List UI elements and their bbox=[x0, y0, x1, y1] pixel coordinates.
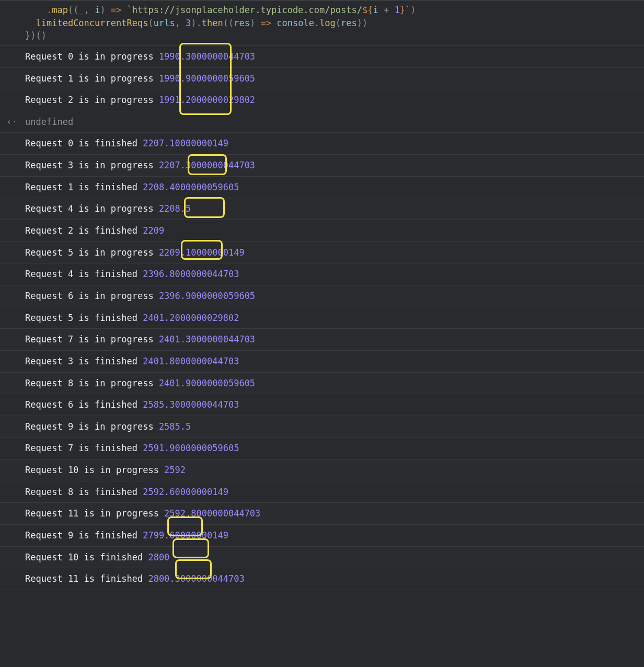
log-message: Request 5 is in progress bbox=[25, 246, 159, 259]
log-message: Request 8 is in progress bbox=[25, 377, 159, 390]
console-log-group-1[interactable]: Request 0 is in progress 1990.3000000044… bbox=[0, 46, 644, 111]
log-number: 2209.10000000149 bbox=[159, 246, 245, 259]
console-log-row[interactable]: Request 10 is in progress 2592 bbox=[0, 459, 644, 481]
console-panel[interactable]: .map((_, i) => `https://jsonplaceholder.… bbox=[0, 0, 644, 590]
log-message: Request 7 is in progress bbox=[25, 333, 159, 346]
log-message: Request 3 is finished bbox=[25, 355, 143, 368]
log-number: 2401.3000000044703 bbox=[159, 333, 255, 346]
log-message: Request 0 is finished bbox=[25, 137, 143, 150]
console-log-row[interactable]: Request 8 is finished 2592.60000000149 bbox=[0, 481, 644, 503]
code-url-string: https://jsonplaceholder.typicode.com/pos… bbox=[132, 5, 362, 15]
console-log-row[interactable]: Request 2 is finished 2209 bbox=[0, 220, 644, 242]
log-number: 2592 bbox=[164, 464, 186, 477]
log-message: Request 6 is in progress bbox=[25, 290, 159, 303]
log-number: 2208.4000000059605 bbox=[143, 181, 239, 194]
log-number: 2591.9000000059605 bbox=[143, 442, 239, 455]
log-number: 2401.2000000029802 bbox=[143, 312, 239, 325]
console-log-row[interactable]: Request 6 is in progress 2396.9000000059… bbox=[0, 285, 644, 307]
log-number: 2396.8000000044703 bbox=[143, 268, 239, 281]
log-number: 2207.3000000044703 bbox=[159, 159, 255, 172]
log-number: 1991.2000000029802 bbox=[159, 94, 255, 107]
code-line-1: .map((_, i) => `https://jsonplaceholder.… bbox=[25, 4, 644, 17]
log-number: 2799.60000000149 bbox=[143, 529, 228, 542]
return-arrow-icon: ‹· bbox=[6, 116, 17, 129]
log-message: Request 8 is finished bbox=[25, 486, 143, 499]
log-number: 2585.3000000044703 bbox=[143, 398, 239, 411]
console-log-row[interactable]: Request 5 is in progress 2209.1000000014… bbox=[0, 242, 644, 264]
console-log-row[interactable]: Request 5 is finished 2401.2000000029802 bbox=[0, 307, 644, 329]
console-log-row[interactable]: Request 1 is in progress 1990.9000000059… bbox=[0, 68, 644, 90]
log-message: Request 0 is in progress bbox=[25, 50, 159, 63]
console-return-row: ‹· undefined bbox=[0, 111, 644, 133]
console-log-row[interactable]: Request 9 is in progress 2585.5 bbox=[0, 416, 644, 438]
log-message: Request 6 is finished bbox=[25, 398, 143, 411]
log-number: 2401.9000000059605 bbox=[159, 377, 255, 390]
console-log-row[interactable]: Request 10 is finished 2800 bbox=[0, 547, 644, 569]
console-log-row[interactable]: Request 3 is in progress 2207.3000000044… bbox=[0, 155, 644, 177]
log-number: 1990.3000000044703 bbox=[159, 50, 255, 63]
log-number: 2207.10000000149 bbox=[143, 137, 228, 150]
console-log-row[interactable]: Request 9 is finished 2799.60000000149 bbox=[0, 525, 644, 547]
log-message: Request 9 is finished bbox=[25, 529, 143, 542]
log-number: 2592.8000000044703 bbox=[164, 507, 260, 520]
log-message: Request 2 is in progress bbox=[25, 94, 159, 107]
console-log-row[interactable]: Request 3 is finished 2401.8000000044703 bbox=[0, 351, 644, 373]
log-number: 2592.60000000149 bbox=[143, 486, 228, 499]
log-message: Request 5 is finished bbox=[25, 312, 143, 325]
console-log-row[interactable]: Request 11 is finished 2800.300000004470… bbox=[0, 568, 644, 590]
console-log-row[interactable]: Request 4 is finished 2396.8000000044703 bbox=[0, 263, 644, 285]
log-message: Request 10 is finished bbox=[25, 551, 148, 564]
console-log-row[interactable]: Request 6 is finished 2585.3000000044703 bbox=[0, 394, 644, 416]
log-number: 2208.5 bbox=[159, 202, 191, 215]
console-log-group-2[interactable]: Request 0 is finished 2207.10000000149Re… bbox=[0, 133, 644, 590]
log-message: Request 4 is in progress bbox=[25, 202, 159, 215]
console-log-row[interactable]: Request 7 is finished 2591.9000000059605 bbox=[0, 438, 644, 459]
log-message: Request 9 is in progress bbox=[25, 420, 159, 433]
undefined-value: undefined bbox=[25, 116, 73, 129]
console-log-row[interactable]: Request 8 is in progress 2401.9000000059… bbox=[0, 373, 644, 395]
code-line-3: })() bbox=[25, 29, 644, 42]
console-log-row[interactable]: Request 0 is in progress 1990.3000000044… bbox=[0, 46, 644, 68]
console-log-row[interactable]: Request 0 is finished 2207.10000000149 bbox=[0, 133, 644, 155]
log-message: Request 2 is finished bbox=[25, 224, 143, 237]
log-number: 2401.8000000044703 bbox=[143, 355, 239, 368]
log-message: Request 1 is in progress bbox=[25, 72, 159, 85]
log-message: Request 7 is finished bbox=[25, 442, 143, 455]
log-number: 2800 bbox=[148, 551, 169, 564]
console-log-row[interactable]: Request 7 is in progress 2401.3000000044… bbox=[0, 329, 644, 351]
log-number: 2585.5 bbox=[159, 420, 191, 433]
console-log-row[interactable]: Request 1 is finished 2208.4000000059605 bbox=[0, 177, 644, 199]
code-line-2: limitedConcurrentReqs(urls, 3).then((res… bbox=[25, 17, 644, 30]
console-log-row[interactable]: Request 4 is in progress 2208.5 bbox=[0, 198, 644, 220]
log-message: Request 11 is finished bbox=[25, 572, 148, 585]
code-indent: . bbox=[25, 5, 52, 15]
log-message: Request 3 is in progress bbox=[25, 159, 159, 172]
console-input-code: .map((_, i) => `https://jsonplaceholder.… bbox=[0, 1, 644, 46]
log-number: 2396.9000000059605 bbox=[159, 290, 255, 303]
log-number: 2209 bbox=[143, 224, 164, 237]
code-method-map: map bbox=[52, 5, 68, 15]
console-log-row[interactable]: Request 11 is in progress 2592.800000004… bbox=[0, 503, 644, 525]
log-message: Request 11 is in progress bbox=[25, 507, 164, 520]
log-number: 1990.9000000059605 bbox=[159, 72, 255, 85]
log-message: Request 4 is finished bbox=[25, 268, 143, 281]
log-number: 2800.3000000044703 bbox=[148, 572, 244, 585]
console-log-row[interactable]: Request 2 is in progress 1991.2000000029… bbox=[0, 89, 644, 111]
code-fn-name: limitedConcurrentReqs bbox=[36, 18, 148, 28]
log-message: Request 1 is finished bbox=[25, 181, 143, 194]
log-message: Request 10 is in progress bbox=[25, 464, 164, 477]
